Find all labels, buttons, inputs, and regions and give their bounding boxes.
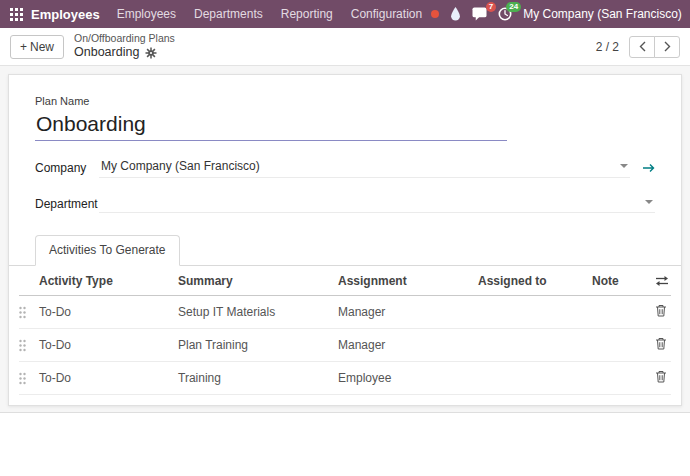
activities-badge: 24	[506, 2, 521, 12]
company-value: My Company (San Francisco)	[101, 159, 614, 173]
delete-row-button[interactable]	[653, 337, 669, 353]
table-header-row: Activity Type Summary Assignment Assigne…	[19, 266, 671, 296]
trash-icon	[655, 370, 667, 383]
caret-down-icon	[645, 200, 653, 204]
cell-assignment[interactable]: Manager	[336, 296, 476, 329]
chatter-area	[0, 412, 690, 476]
cell-assignment[interactable]: Employee	[336, 362, 476, 395]
systray: 7 24 My Company (San Francisco)	[431, 4, 690, 24]
chevron-left-icon	[639, 41, 646, 52]
pager-next-button[interactable]	[654, 36, 680, 58]
apps-menu-button[interactable]	[8, 6, 29, 23]
table-row[interactable]: To-Do Plan Training Manager	[19, 329, 671, 362]
tab-activities-to-generate[interactable]: Activities To Generate	[35, 235, 180, 266]
cell-summary[interactable]: Training	[176, 362, 336, 395]
cell-activity-type[interactable]: To-Do	[37, 329, 176, 362]
header-note[interactable]: Note	[590, 266, 643, 296]
breadcrumb-current: Onboarding	[74, 45, 139, 61]
form-sheet: Plan Name Onboarding Company My Company …	[8, 74, 682, 406]
company-internal-link-button[interactable]	[642, 163, 655, 173]
plan-name-label: Plan Name	[35, 95, 655, 107]
cell-summary[interactable]: Plan Training	[176, 329, 336, 362]
header-activity-type[interactable]: Activity Type	[37, 266, 176, 296]
trash-icon	[655, 337, 667, 350]
internal-link-arrow-icon	[642, 163, 655, 173]
drag-handle-icon[interactable]	[19, 339, 37, 352]
cell-assigned-to[interactable]	[476, 329, 590, 362]
action-menu-button[interactable]	[145, 47, 157, 59]
cell-note[interactable]	[590, 329, 643, 362]
add-line-row: Add a line	[19, 395, 671, 406]
optional-columns-button[interactable]	[655, 275, 669, 287]
cell-note[interactable]	[590, 362, 643, 395]
company-switcher[interactable]: My Company (San Francisco)	[523, 7, 682, 21]
droplet-button[interactable]	[450, 7, 461, 21]
pager-value: 2 / 2	[596, 40, 619, 54]
top-menu: Employees Departments Reporting Configur…	[108, 7, 432, 21]
drag-handle-icon[interactable]	[19, 372, 37, 385]
discuss-button[interactable]: 7	[472, 7, 487, 21]
new-button[interactable]: + New	[10, 35, 64, 59]
drag-handle-icon[interactable]	[19, 306, 37, 319]
handle-column-header	[19, 266, 37, 296]
menu-departments[interactable]: Departments	[185, 7, 272, 21]
header-assignment[interactable]: Assignment	[336, 266, 476, 296]
cell-summary[interactable]: Setup IT Materials	[176, 296, 336, 329]
discuss-badge: 7	[486, 2, 496, 12]
activities-table-container: Activity Type Summary Assignment Assigne…	[9, 266, 681, 406]
header-assigned-to[interactable]: Assigned to	[476, 266, 590, 296]
form-view: Plan Name Onboarding Company My Company …	[0, 66, 690, 476]
top-navbar: Employees Employees Departments Reportin…	[0, 0, 690, 28]
menu-reporting[interactable]: Reporting	[272, 7, 342, 21]
pager-previous-button[interactable]	[629, 36, 655, 58]
activities-button[interactable]: 24	[498, 7, 512, 21]
menu-configuration[interactable]: Configuration	[342, 7, 431, 21]
menu-employees[interactable]: Employees	[108, 7, 185, 21]
cell-assigned-to[interactable]	[476, 362, 590, 395]
cell-assignment[interactable]: Manager	[336, 329, 476, 362]
gear-icon	[145, 47, 157, 59]
company-row: Company My Company (San Francisco)	[35, 157, 655, 178]
notebook: Activities To Generate Activity Type Sum…	[9, 235, 681, 406]
department-label: Department	[35, 197, 99, 211]
plan-name-input[interactable]: Onboarding	[35, 110, 507, 141]
department-field[interactable]	[99, 194, 655, 213]
table-row[interactable]: To-Do Training Employee	[19, 362, 671, 395]
company-label: Company	[35, 161, 99, 175]
red-dot-icon[interactable]	[431, 10, 439, 18]
tab-strip: Activities To Generate	[9, 235, 681, 266]
cell-note[interactable]	[590, 296, 643, 329]
trash-icon	[655, 304, 667, 317]
new-button-label: New	[30, 40, 54, 54]
optional-columns-icon	[655, 275, 669, 287]
breadcrumb-current-row: Onboarding	[74, 45, 175, 61]
cell-assigned-to[interactable]	[476, 296, 590, 329]
chat-bubble-icon	[472, 7, 487, 21]
delete-row-button[interactable]	[653, 370, 669, 386]
app-name[interactable]: Employees	[31, 7, 100, 22]
table-row[interactable]: To-Do Setup IT Materials Manager	[19, 296, 671, 329]
cell-activity-type[interactable]: To-Do	[37, 296, 176, 329]
activities-table: Activity Type Summary Assignment Assigne…	[19, 266, 671, 406]
pager: 2 / 2	[596, 36, 680, 58]
header-summary[interactable]: Summary	[176, 266, 336, 296]
control-panel: + New On/Offboarding Plans Onboarding 2 …	[0, 28, 690, 66]
chevron-right-icon	[664, 41, 671, 52]
droplet-icon	[450, 7, 461, 21]
plus-icon: +	[20, 40, 27, 54]
caret-down-icon	[620, 164, 628, 168]
add-a-line-link[interactable]: Add a line	[39, 403, 92, 406]
department-row: Department	[35, 194, 655, 213]
delete-row-button[interactable]	[653, 304, 669, 320]
cell-activity-type[interactable]: To-Do	[37, 362, 176, 395]
company-field[interactable]: My Company (San Francisco)	[99, 157, 630, 178]
breadcrumb: On/Offboarding Plans Onboarding	[74, 32, 175, 61]
apps-grid-icon	[10, 8, 23, 21]
breadcrumb-parent[interactable]: On/Offboarding Plans	[74, 32, 175, 45]
